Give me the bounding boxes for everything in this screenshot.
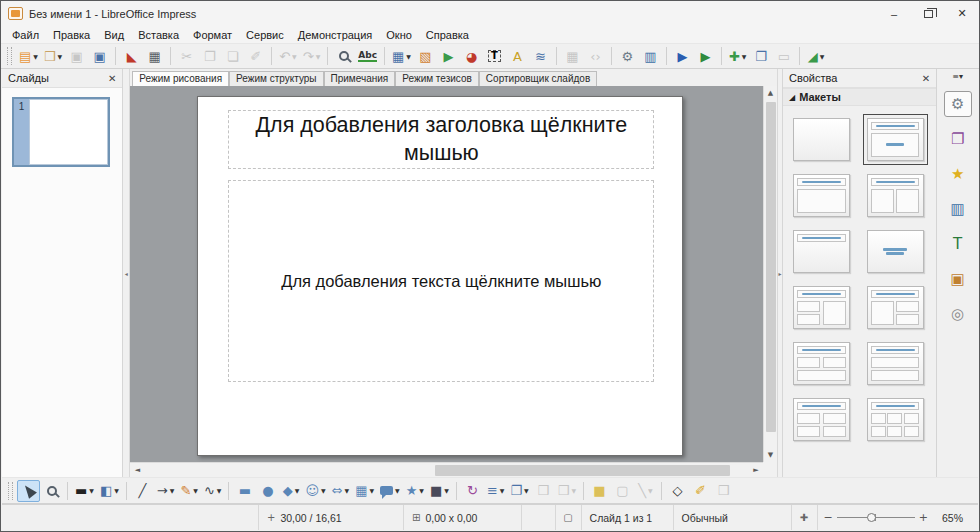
display-grid-button[interactable]: ▦ xyxy=(561,45,584,67)
view-tab[interactable]: Режим тезисов xyxy=(395,71,479,86)
tab-properties[interactable]: ⚙ xyxy=(944,91,972,117)
print-button[interactable]: ▦ xyxy=(143,45,166,67)
edit-points-button[interactable]: ◇ xyxy=(666,480,689,502)
block-arrows-button[interactable]: ⇔▼ xyxy=(329,480,353,502)
lines-and-arrows-button[interactable]: →▼ xyxy=(154,480,178,502)
layout-title-2content[interactable] xyxy=(867,174,924,217)
slide-layout-dropdown-icon[interactable]: ▼ xyxy=(820,53,825,60)
star-shapes-button[interactable]: ★▼ xyxy=(403,480,427,502)
layout-content-over-content[interactable] xyxy=(867,342,924,385)
fit-slide-button[interactable]: ✚ xyxy=(791,505,817,530)
horizontal-scrollbar[interactable]: ◄ ► xyxy=(130,462,763,477)
slide-layout-field[interactable]: Обычный xyxy=(673,505,791,530)
connectors-dropdown-icon[interactable]: ▼ xyxy=(217,487,222,494)
star-shapes-dropdown-icon[interactable]: ▼ xyxy=(419,487,424,494)
master-slide-button[interactable]: ▥ xyxy=(639,45,662,67)
menu-справка[interactable]: Справка xyxy=(419,28,476,42)
body-placeholder[interactable]: Для добавления текста щёлкните мышью xyxy=(228,180,654,382)
zoom-pan-button[interactable] xyxy=(40,480,63,502)
find-and-replace-button[interactable] xyxy=(332,45,355,67)
shadow-button[interactable]: ■ xyxy=(588,480,611,502)
layouts-section-header[interactable]: ◢ Макеты xyxy=(783,88,936,106)
align-objects-dropdown-icon[interactable]: ▼ xyxy=(500,487,505,494)
image-filter-button[interactable]: ╲▼ xyxy=(634,480,657,502)
insert-text-box-button[interactable]: T xyxy=(483,45,506,67)
slide-page[interactable]: Для добавления заголовка щёлкните мышью … xyxy=(197,96,683,456)
line-style-button[interactable]: ▬▼ xyxy=(72,480,97,502)
insert-chart-button[interactable]: ◕ xyxy=(460,45,483,67)
horizontal-scroll-thumb[interactable] xyxy=(435,465,730,476)
insert-hyperlink-button[interactable]: ‹› xyxy=(584,45,607,67)
tab-navigator[interactable]: ◎ xyxy=(944,301,972,327)
tab-master-slides[interactable]: ▥ xyxy=(944,196,972,222)
open-button[interactable]: ❒▼ xyxy=(41,45,65,67)
start-from-first-slide-button[interactable]: ▶ xyxy=(671,45,694,67)
slide-layout-button[interactable]: ◢▼ xyxy=(804,45,827,67)
3d-objects-button[interactable]: ■▼ xyxy=(427,480,452,502)
scroll-up-icon[interactable]: ▲ xyxy=(768,86,773,100)
rotate-button[interactable]: ↻ xyxy=(461,480,484,502)
menu-демонстрация[interactable]: Демонстрация xyxy=(291,28,380,42)
symbol-shapes-dropdown-icon[interactable]: ▼ xyxy=(321,487,326,494)
slide-canvas[interactable]: Для добавления заголовка щёлкните мышью … xyxy=(130,86,763,462)
combine-objects-dropdown-icon[interactable]: ▼ xyxy=(571,487,576,494)
layout-title-slide[interactable] xyxy=(867,118,924,161)
slide-thumbnail[interactable]: 1 xyxy=(12,97,110,167)
toggle-extrusion-button[interactable]: ❒ xyxy=(712,480,735,502)
new-slide-button[interactable]: ✚▼ xyxy=(726,45,750,67)
3d-objects-dropdown-icon[interactable]: ▼ xyxy=(444,487,449,494)
menu-сервис[interactable]: Сервис xyxy=(239,28,291,42)
sidebar-menu-icon[interactable]: ≡▾ xyxy=(952,72,963,81)
zoom-out-icon[interactable]: − xyxy=(824,511,833,524)
rectangle-button[interactable]: ▬ xyxy=(233,480,256,502)
insert-table-dropdown-icon[interactable]: ▼ xyxy=(406,53,411,60)
save-button[interactable]: ▣ xyxy=(65,45,88,67)
scroll-right-icon[interactable]: ► xyxy=(749,463,763,477)
undo-dropdown-icon[interactable]: ▼ xyxy=(292,53,297,60)
insert-table-button[interactable]: ▦▼ xyxy=(389,45,414,67)
copy-button[interactable]: ❐ xyxy=(198,45,221,67)
start-from-current-slide-button[interactable]: ▶ xyxy=(694,45,717,67)
area-style-button[interactable]: ◧▼ xyxy=(97,480,122,502)
flowchart-shapes-dropdown-icon[interactable]: ▼ xyxy=(369,487,374,494)
zoom-in-icon[interactable]: + xyxy=(919,511,928,524)
callout-shapes-button[interactable]: ▼ xyxy=(377,480,403,502)
new-presentation-dropdown-icon[interactable]: ▼ xyxy=(33,53,38,60)
arrange-objects-button[interactable]: ❐▼ xyxy=(507,480,531,502)
layout-blank[interactable] xyxy=(793,118,850,161)
symbol-shapes-button[interactable]: ☺▼ xyxy=(302,480,328,502)
sidebar-close-icon[interactable]: ✕ xyxy=(922,73,930,84)
curves-and-polygons-button[interactable]: ✎▼ xyxy=(177,480,201,502)
view-tab[interactable]: Режим рисования xyxy=(132,71,229,86)
toolbar-grip[interactable] xyxy=(7,47,12,65)
zoom-slider-track[interactable] xyxy=(837,517,915,518)
new-slide-dropdown-icon[interactable]: ▼ xyxy=(742,53,747,60)
basic-shapes-button[interactable]: ◆▼ xyxy=(279,480,302,502)
layout-title-content[interactable] xyxy=(793,174,850,217)
view-tab[interactable]: Примечания xyxy=(324,71,396,86)
undo-button[interactable]: ↶▼ xyxy=(276,45,300,67)
insert-header-footer-button[interactable]: ≋ xyxy=(529,45,552,67)
layout-4content[interactable] xyxy=(793,398,850,441)
area-style-dropdown-icon[interactable]: ▼ xyxy=(114,487,119,494)
duplicate-slide-button[interactable]: ❐ xyxy=(749,45,772,67)
new-presentation-button[interactable]: ▤▼ xyxy=(16,45,41,67)
crop-image-button[interactable]: ▢ xyxy=(611,480,634,502)
connectors-button[interactable]: ∿▼ xyxy=(201,480,225,502)
zoom-slider-thumb[interactable] xyxy=(867,513,876,522)
redo-dropdown-icon[interactable]: ▼ xyxy=(316,53,321,60)
spelling-button[interactable]: Abc xyxy=(355,45,380,67)
block-arrows-dropdown-icon[interactable]: ▼ xyxy=(345,487,350,494)
insert-media-button[interactable]: ▶ xyxy=(437,45,460,67)
menu-вставка[interactable]: Вставка xyxy=(131,28,186,42)
menu-окно[interactable]: Окно xyxy=(379,28,419,42)
vertical-scroll-thumb[interactable] xyxy=(766,102,776,432)
export-pdf-button[interactable]: ◣ xyxy=(120,45,143,67)
layout-2content-content[interactable] xyxy=(793,286,850,329)
menu-вид[interactable]: Вид xyxy=(97,28,131,42)
align-objects-button[interactable]: ≡▼ xyxy=(484,480,508,502)
save-as-button[interactable]: ▣ xyxy=(88,45,111,67)
view-tab[interactable]: Сортировщик слайдов xyxy=(479,71,597,86)
basic-shapes-dropdown-icon[interactable]: ▼ xyxy=(295,487,300,494)
insert-image-button[interactable]: ▧ xyxy=(414,45,437,67)
